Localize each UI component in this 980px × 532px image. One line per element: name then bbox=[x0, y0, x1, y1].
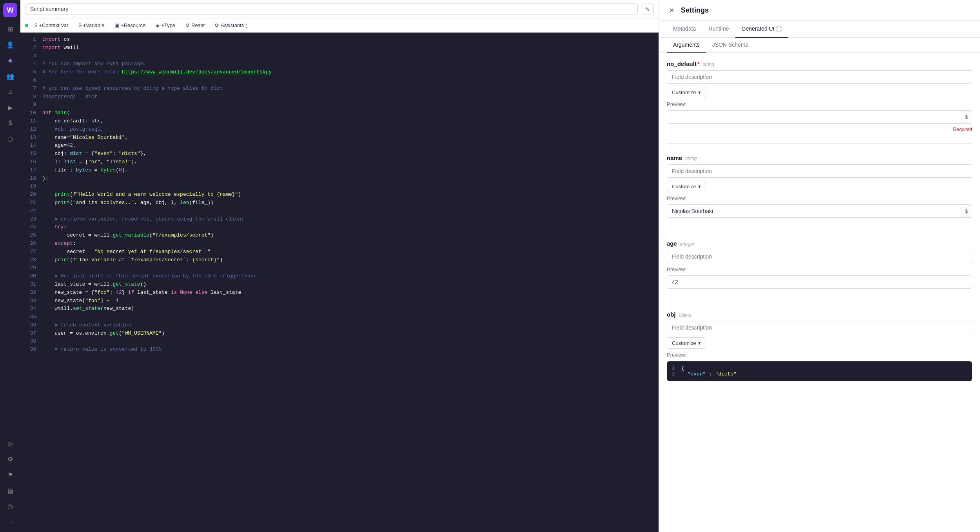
variable-label: +Variable bbox=[83, 22, 104, 28]
context-var-prefix: $ bbox=[34, 22, 37, 28]
script-title-input[interactable] bbox=[25, 3, 638, 15]
code-line: 8#postgresql = dict bbox=[20, 93, 659, 101]
sidebar-item-clock[interactable]: ◷ bbox=[3, 499, 17, 513]
customize-name-button[interactable]: Customize ▾ bbox=[667, 181, 706, 192]
assistants-button[interactable]: ⟳ Assistants ( bbox=[211, 21, 251, 30]
field-obj-section: obj object Customize ▾ Preview: 1 { 2 "e… bbox=[667, 311, 972, 381]
settings-content: no_default* string Customize ▾ Preview: … bbox=[659, 53, 980, 532]
edit-icon: ✎ bbox=[645, 6, 650, 12]
generated-ui-info-icon[interactable]: i bbox=[776, 26, 782, 32]
field-header-name: name string bbox=[667, 155, 972, 161]
code-line: 9 bbox=[20, 101, 659, 109]
close-icon: ✕ bbox=[669, 7, 674, 14]
resource-button[interactable]: ▣ +Resource bbox=[111, 21, 149, 30]
top-bar: ✎ bbox=[20, 0, 659, 18]
code-line: 22 bbox=[20, 207, 659, 215]
preview-name: $ bbox=[667, 204, 972, 218]
sidebar-item-home[interactable]: ⌂ bbox=[3, 85, 17, 99]
field-name-no-default: no_default* bbox=[667, 60, 700, 67]
field-name-obj: obj bbox=[667, 311, 676, 318]
code-line: 6 bbox=[20, 77, 659, 85]
sidebar-item-play[interactable]: ▶ bbox=[3, 100, 17, 115]
tab-generated-ui[interactable]: Generated UI i bbox=[735, 21, 789, 38]
json-line-2: 2 "even": "dicts" bbox=[672, 371, 967, 377]
sidebar-item-grid[interactable]: ⊞ bbox=[3, 22, 17, 36]
app-logo[interactable]: W bbox=[3, 3, 17, 17]
customize-name-label: Customize bbox=[672, 184, 696, 189]
field-desc-no-default[interactable] bbox=[667, 70, 972, 84]
code-line: 26 except: bbox=[20, 240, 659, 248]
sidebar-item-layers[interactable]: ▤ bbox=[3, 483, 17, 497]
assistants-icon: ⟳ bbox=[215, 22, 219, 28]
sub-tab-arguments[interactable]: Arguments bbox=[667, 38, 706, 53]
json-preview-obj: 1 { 2 "even": "dicts" bbox=[667, 361, 972, 381]
code-line: 32 new_state = {"foo": 42} if last_state… bbox=[20, 289, 659, 297]
settings-panel: ✕ Settings Metadata Runtime Generated UI… bbox=[659, 0, 980, 532]
required-text-no-default: Required bbox=[667, 127, 972, 132]
settings-tabs: Metadata Runtime Generated UI i bbox=[659, 21, 980, 38]
field-header-age: age integer bbox=[667, 240, 972, 247]
sidebar-item-settings[interactable]: ⚙ bbox=[3, 452, 17, 466]
preview-input-name[interactable] bbox=[667, 205, 961, 217]
tab-runtime[interactable]: Runtime bbox=[702, 21, 735, 38]
code-line: 23 # retrieve variables, resources, stat… bbox=[20, 215, 659, 224]
type-label: +Type bbox=[161, 22, 175, 28]
code-line: 30 # Get last state of this script execu… bbox=[20, 272, 659, 281]
code-line: 16 l: list = ["or", "lists!"], bbox=[20, 158, 659, 166]
code-line: 39 # return value is converted to JSON bbox=[20, 346, 659, 354]
sidebar-item-arrow[interactable]: → bbox=[3, 515, 17, 529]
code-line: 3 bbox=[20, 52, 659, 60]
sidebar-item-eye[interactable]: ◎ bbox=[3, 436, 17, 450]
sidebar-item-dollar[interactable]: $ bbox=[3, 116, 17, 130]
code-line: 17 file_: bytes = bytes(0), bbox=[20, 166, 659, 175]
variable-button[interactable]: $ +Variable bbox=[75, 21, 109, 30]
sidebar-item-puzzle[interactable]: ⬡ bbox=[3, 132, 17, 146]
reset-label: Reset bbox=[191, 22, 205, 28]
preview-no-default: $ bbox=[667, 110, 972, 124]
type-prefix: ◈ bbox=[156, 22, 160, 28]
code-line: 38 bbox=[20, 337, 659, 346]
sidebar-item-flag[interactable]: ⚑ bbox=[3, 468, 17, 482]
customize-obj-button[interactable]: Customize ▾ bbox=[667, 337, 706, 349]
code-line: 36 # fetch context variables bbox=[20, 321, 659, 330]
dollar-icon-name[interactable]: $ bbox=[961, 205, 972, 217]
tab-metadata[interactable]: Metadata bbox=[667, 21, 702, 38]
code-line: 34 wmill.set_state(new_state) bbox=[20, 305, 659, 313]
field-type-obj: object bbox=[679, 312, 691, 318]
code-line: 25 secret = wmill.get_variable("f/exampl… bbox=[20, 231, 659, 240]
customize-no-default-button[interactable]: Customize ▾ bbox=[667, 87, 706, 98]
sub-tab-json-schema[interactable]: JSON Schema bbox=[706, 38, 755, 53]
sidebar-item-star[interactable]: ★ bbox=[3, 53, 17, 67]
field-desc-name[interactable] bbox=[667, 164, 972, 178]
code-editor[interactable]: 1import os 2import wmill 3 4# You can im… bbox=[20, 33, 659, 532]
field-no-default: no_default* string Customize ▾ Preview: … bbox=[667, 60, 972, 132]
sidebar-item-group[interactable]: 👥 bbox=[3, 69, 17, 83]
reset-button[interactable]: ↺ Reset bbox=[181, 21, 209, 30]
resource-prefix: ▣ bbox=[114, 22, 119, 28]
close-button[interactable]: ✕ bbox=[667, 5, 676, 15]
code-line: 2import wmill bbox=[20, 44, 659, 52]
sidebar-item-person[interactable]: 👤 bbox=[3, 38, 17, 52]
type-button[interactable]: ◈ +Type bbox=[152, 21, 179, 30]
preview-input-age[interactable] bbox=[667, 275, 972, 289]
edit-button[interactable]: ✎ bbox=[641, 4, 654, 15]
code-line: 1import os bbox=[20, 36, 659, 44]
code-line: 10def main( bbox=[20, 109, 659, 117]
chevron-down-icon: ▾ bbox=[698, 184, 701, 189]
variable-prefix: $ bbox=[79, 22, 82, 28]
context-var-button[interactable]: $ +Context Var bbox=[31, 21, 73, 30]
dollar-icon-no-default[interactable]: $ bbox=[961, 111, 972, 123]
divider-2 bbox=[667, 229, 972, 229]
editor-area: ✎ $ +Context Var $ +Variable ▣ +Resource… bbox=[20, 0, 659, 532]
preview-input-no-default[interactable] bbox=[667, 111, 961, 123]
field-desc-age[interactable] bbox=[667, 250, 972, 263]
field-desc-obj[interactable] bbox=[667, 321, 972, 334]
code-line: 27 secret = "No secret yet at f/examples… bbox=[20, 248, 659, 256]
assistants-label: Assistants ( bbox=[221, 22, 247, 28]
code-line: 29 bbox=[20, 264, 659, 272]
code-line: 12 #db: postgresql, bbox=[20, 126, 659, 134]
field-type-age: integer bbox=[680, 241, 695, 247]
code-line: 33 new_state["foo"] += 1 bbox=[20, 297, 659, 305]
code-line: 19 bbox=[20, 182, 659, 191]
sidebar-nav: W ⊞ 👤 ★ 👥 ⌂ ▶ $ ⬡ ◎ ⚙ ⚑ ▤ ◷ → bbox=[0, 0, 20, 532]
